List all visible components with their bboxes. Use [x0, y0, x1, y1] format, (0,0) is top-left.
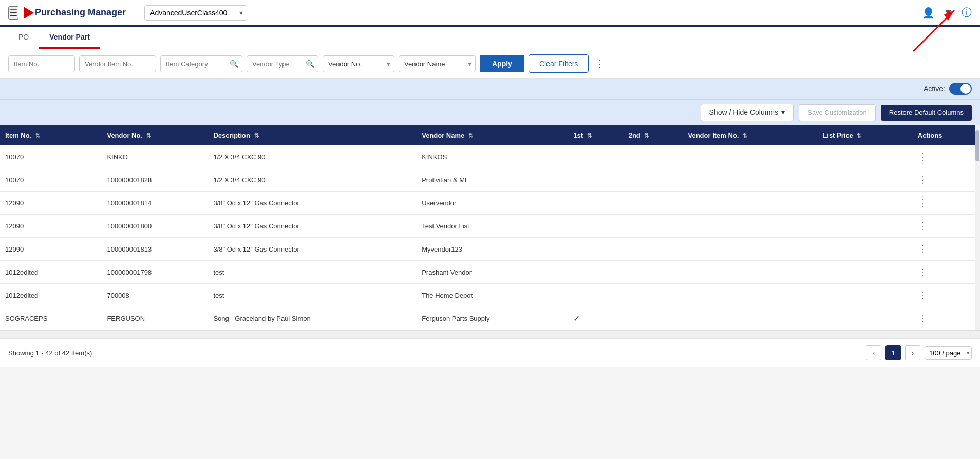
cell-list-price	[818, 192, 912, 215]
cell-vendor-item-no	[683, 307, 818, 330]
cell-description: test	[208, 261, 417, 284]
active-toggle[interactable]	[949, 83, 972, 95]
cell-actions[interactable]: ⋮	[913, 168, 980, 192]
table-body: 10070 KINKO 1/2 X 3/4 CXC 90 KINKOS ⋮ 10…	[0, 145, 980, 330]
vendor-item-no-input[interactable]	[79, 55, 156, 72]
cell-vendor-item-no	[683, 168, 818, 192]
restore-default-columns-button[interactable]: Restore Default Columns	[881, 105, 972, 121]
sort-list-price-icon: ⇅	[857, 132, 861, 139]
prev-page-button[interactable]: ‹	[866, 345, 881, 360]
filter-more-button[interactable]: ⋮	[593, 56, 606, 71]
company-selector-wrapper[interactable]: AdvancedUserClass400	[144, 5, 247, 21]
cell-vendor-name: Test Vendor List	[417, 215, 568, 238]
cell-vendor-name: Prashant Vendor	[417, 261, 568, 284]
table-row: 12090 100000001800 3/8" Od x 12" Gas Con…	[0, 215, 980, 238]
sort-vendor-no-icon: ⇅	[146, 132, 151, 139]
company-select[interactable]: AdvancedUserClass400	[144, 5, 247, 21]
col-2nd[interactable]: 2nd ⇅	[624, 125, 683, 145]
table-row: 1012edited 100000001798 test Prashant Ve…	[0, 261, 980, 284]
cell-actions[interactable]: ⋮	[913, 238, 980, 261]
cell-2nd	[624, 307, 683, 330]
sort-vendor-name-icon: ⇅	[468, 132, 473, 139]
vendor-no-select[interactable]: Vendor No.	[323, 55, 394, 72]
cell-list-price	[818, 145, 912, 168]
col-list-price[interactable]: List Price ⇅	[818, 125, 912, 145]
apply-button[interactable]: Apply	[480, 55, 524, 72]
table-wrapper: Item No. ⇅ Vendor No. ⇅ Description ⇅ Ve…	[0, 125, 980, 330]
cell-vendor-no: KINKO	[102, 145, 208, 168]
active-label: Active:	[924, 85, 945, 93]
cell-vendor-item-no	[683, 261, 818, 284]
cell-vendor-name: Uservendor	[417, 192, 568, 215]
cell-actions[interactable]: ⋮	[913, 145, 980, 168]
cell-vendor-item-no	[683, 215, 818, 238]
col-vendor-item-no[interactable]: Vendor Item No. ⇅	[683, 125, 818, 145]
cell-actions[interactable]: ⋮	[913, 307, 980, 330]
vendor-name-select[interactable]: Vendor Name	[399, 55, 476, 72]
tab-vendor-part[interactable]: Vendor Part	[39, 27, 100, 49]
cell-vendor-item-no	[683, 192, 818, 215]
col-description[interactable]: Description ⇅	[208, 125, 417, 145]
col-item-no[interactable]: Item No. ⇅	[0, 125, 102, 145]
table-row: 12090 100000001814 3/8" Od x 12" Gas Con…	[0, 192, 980, 215]
cell-2nd	[624, 284, 683, 307]
item-no-input[interactable]	[8, 55, 75, 72]
vendor-name-wrapper: Vendor Name	[399, 55, 476, 72]
cell-1st	[568, 145, 623, 168]
horizontal-scrollbar[interactable]	[0, 330, 980, 338]
cell-vendor-name: Protivitian & MF	[417, 168, 568, 192]
cell-list-price	[818, 307, 912, 330]
cell-actions[interactable]: ⋮	[913, 215, 980, 238]
cell-2nd	[624, 238, 683, 261]
cell-1st	[568, 215, 623, 238]
show-hide-label: Show / Hide Columns	[709, 108, 779, 117]
page-size-select[interactable]: 25 / page 50 / page 100 / page	[925, 346, 972, 360]
vendor-type-search-icon: 🔍	[306, 60, 314, 68]
cell-item-no: 12090	[0, 215, 102, 238]
cell-1st	[568, 261, 623, 284]
table-header-row: Item No. ⇅ Vendor No. ⇅ Description ⇅ Ve…	[0, 125, 980, 145]
table-row: 10070 100000001828 1/2 X 3/4 CXC 90 Prot…	[0, 168, 980, 192]
user-icon[interactable]: 👤	[922, 7, 935, 19]
cell-list-price	[818, 261, 912, 284]
tab-po[interactable]: PO	[8, 27, 39, 49]
cell-actions[interactable]: ⋮	[913, 192, 980, 215]
save-customization-button[interactable]: Save Customization	[799, 104, 876, 121]
vendor-part-table: Item No. ⇅ Vendor No. ⇅ Description ⇅ Ve…	[0, 125, 980, 330]
col-vendor-no[interactable]: Vendor No. ⇅	[102, 125, 208, 145]
cell-vendor-no: 100000001800	[102, 215, 208, 238]
pagination-info: Showing 1 - 42 of 42 Item(s)	[8, 349, 92, 357]
cell-actions[interactable]: ⋮	[913, 284, 980, 307]
col-1st[interactable]: 1st ⇅	[568, 125, 623, 145]
col-vendor-name[interactable]: Vendor Name ⇅	[417, 125, 568, 145]
clear-filters-button[interactable]: Clear Filters	[529, 54, 589, 73]
cell-vendor-no: FERGUSON	[102, 307, 208, 330]
vendor-no-wrapper: Vendor No.	[323, 55, 394, 72]
sort-item-no-icon: ⇅	[35, 132, 40, 139]
cell-list-price	[818, 238, 912, 261]
show-hide-columns-button[interactable]: Show / Hide Columns ▾	[701, 104, 794, 121]
cell-1st: ✓	[568, 307, 623, 330]
vendor-type-wrapper: 🔍	[247, 55, 318, 72]
next-page-button[interactable]: ›	[905, 345, 920, 360]
cell-list-price	[818, 215, 912, 238]
main-header: ☰ Purchasing Manager AdvancedUserClass40…	[0, 0, 980, 27]
hamburger-menu[interactable]: ☰	[8, 6, 18, 20]
cell-vendor-no: 100000001813	[102, 238, 208, 261]
page-1-button[interactable]: 1	[885, 345, 901, 360]
cell-1st	[568, 284, 623, 307]
active-bar: Active:	[0, 79, 980, 99]
cell-list-price	[818, 284, 912, 307]
cell-item-no: 10070	[0, 145, 102, 168]
download-icon[interactable]: ▼	[943, 7, 953, 18]
help-icon[interactable]: ⓘ	[962, 6, 972, 20]
vertical-scrollbar[interactable]	[975, 125, 980, 330]
cell-1st	[568, 168, 623, 192]
cell-actions[interactable]: ⋮	[913, 261, 980, 284]
cell-description: 1/2 X 3/4 CXC 90	[208, 168, 417, 192]
table-row: 1012edited 700008 test The Home Depot ⋮	[0, 284, 980, 307]
cell-description: test	[208, 284, 417, 307]
vertical-scrollbar-thumb[interactable]	[975, 130, 979, 161]
sort-vendor-item-no-icon: ⇅	[743, 132, 747, 139]
cell-list-price	[818, 168, 912, 192]
